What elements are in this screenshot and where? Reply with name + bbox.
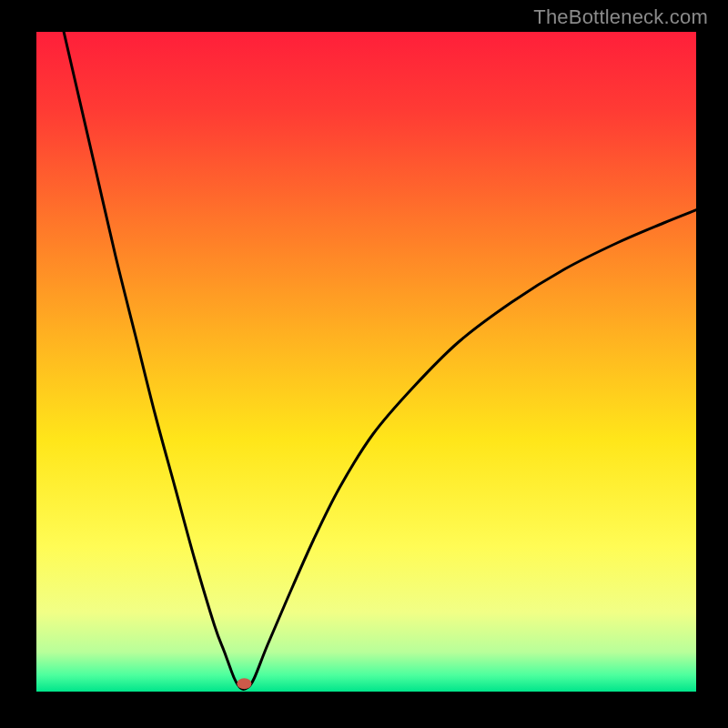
watermark-text: TheBottleneck.com — [533, 5, 708, 29]
bottleneck-chart — [36, 32, 696, 692]
plot-area — [36, 32, 696, 692]
chart-frame: TheBottleneck.com — [0, 0, 728, 728]
optimal-point-marker — [237, 678, 251, 689]
gradient-background — [36, 32, 696, 692]
